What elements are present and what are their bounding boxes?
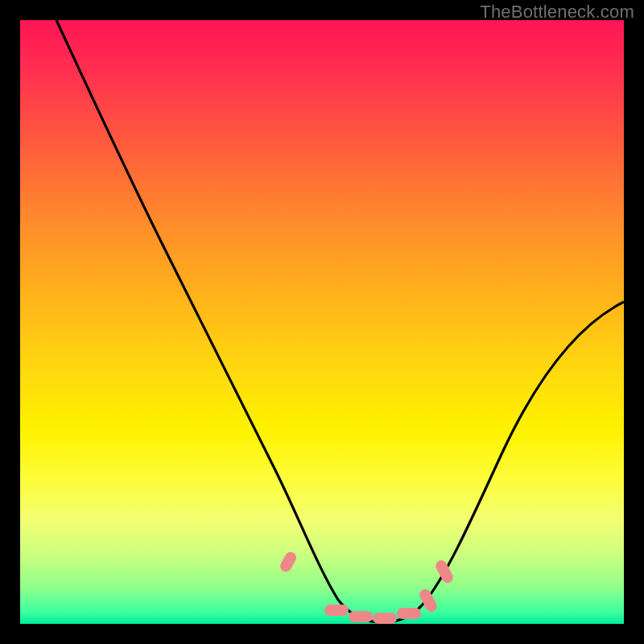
plot-area bbox=[20, 20, 624, 624]
svg-rect-0 bbox=[278, 550, 298, 574]
svg-rect-5 bbox=[418, 587, 439, 613]
svg-rect-2 bbox=[349, 611, 373, 622]
svg-rect-3 bbox=[373, 613, 397, 624]
trough-markers bbox=[278, 550, 455, 624]
curve-layer bbox=[20, 20, 624, 624]
svg-rect-4 bbox=[397, 608, 421, 619]
svg-rect-1 bbox=[324, 605, 349, 616]
chart-frame: TheBottleneck.com bbox=[0, 0, 644, 644]
svg-rect-6 bbox=[434, 558, 455, 584]
watermark-text: TheBottleneck.com bbox=[480, 2, 634, 23]
bottleneck-curve bbox=[56, 20, 624, 622]
